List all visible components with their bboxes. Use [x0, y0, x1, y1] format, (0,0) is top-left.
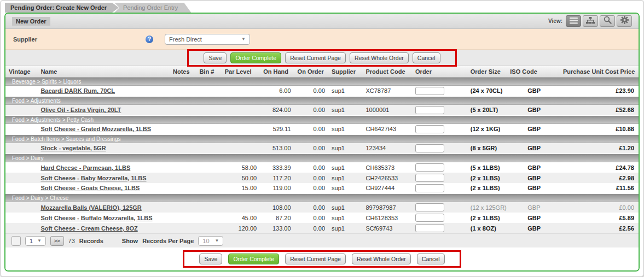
- product-name-link[interactable]: Soft Cheese - Goats Cheese, 1LBS: [40, 185, 140, 191]
- help-icon[interactable]: ?: [146, 36, 153, 43]
- order-quantity-input[interactable]: [415, 184, 444, 192]
- order-quantity-input[interactable]: [415, 174, 444, 182]
- reset-current-page-button-bottom[interactable]: Reset Current Page: [285, 254, 346, 264]
- save-button[interactable]: Save: [204, 52, 227, 63]
- order-quantity-input[interactable]: [415, 106, 444, 114]
- order-complete-button-bottom[interactable]: Order Complete: [228, 254, 279, 264]
- on-hand-cell: 333.39: [260, 162, 294, 173]
- order-quantity-input[interactable]: [415, 125, 444, 133]
- hierarchy-view-icon: [586, 16, 595, 26]
- on-hand-cell: 6.00: [260, 86, 294, 96]
- reset-whole-order-button-bottom[interactable]: Reset Whole Order: [352, 254, 411, 264]
- iso-code-cell: GBP: [507, 124, 560, 134]
- product-code-cell: SCf69743: [362, 223, 412, 233]
- page-select[interactable]: 1 ▼: [25, 236, 46, 246]
- supplier-cell: sup1: [328, 183, 362, 193]
- order-quantity-input[interactable]: [415, 163, 444, 172]
- bin-cell: [196, 105, 221, 115]
- iso-code-cell: GBP: [507, 143, 560, 154]
- on-hand-cell: 513.00: [260, 143, 294, 154]
- category-label: Food > Batch Items > Sauces and Dressing…: [5, 134, 639, 143]
- order-size-cell: (5 x 1LBS): [467, 162, 507, 173]
- column-header-iso-code: ISO Code: [507, 66, 560, 77]
- vintage-cell: [5, 143, 37, 154]
- order-quantity-input[interactable]: [415, 214, 444, 222]
- order-quantity-input[interactable]: [415, 224, 444, 232]
- category-row: Food > Dairy > Cheese: [5, 193, 639, 202]
- order-size-cell: (12 x 125GR): [467, 202, 507, 213]
- on-hand-cell: 529.11: [260, 124, 294, 134]
- settings-button[interactable]: [617, 15, 632, 27]
- reset-whole-order-button[interactable]: Reset Whole Order: [350, 52, 409, 63]
- iso-code-cell: GBP: [507, 86, 560, 96]
- table-header-row: VintageNameNotesBin #Par LevelOn HandOn …: [5, 66, 639, 77]
- column-header-order-size: Order Size: [467, 66, 507, 77]
- on-order-cell: 0.00: [294, 162, 328, 173]
- order-table-body: Beverage > Spirits > LiquorsBacardi DARK…: [5, 77, 639, 233]
- hierarchy-view-button[interactable]: [583, 15, 598, 27]
- tab-create-new-order[interactable]: Pending Order: Create New Order: [5, 3, 119, 13]
- product-name-link[interactable]: Olive Oil - Extra Virgin, 20LT: [40, 107, 121, 113]
- chevron-down-icon: ▼: [214, 238, 219, 243]
- category-label: Food > Adjustments > Petty Cash: [5, 115, 639, 124]
- product-code-cell: CH6427t43: [362, 124, 412, 134]
- supplier-cell: sup1: [328, 213, 362, 223]
- category-row: Beverage > Spirits > Liquors: [5, 77, 639, 86]
- vintage-cell: [5, 162, 37, 173]
- list-view-button[interactable]: [566, 15, 581, 27]
- product-name-link[interactable]: Soft Cheese - Buffalo Mozzarella, 1LBS: [40, 215, 152, 221]
- supplier-cell: sup1: [328, 86, 362, 96]
- order-quantity-input[interactable]: [415, 203, 444, 211]
- vintage-cell: [5, 202, 37, 213]
- product-row: Bacardi DARK Rum, 70CL6.000.00sup1XC7878…: [5, 86, 639, 96]
- order-size-cell: (2 x 1LBS): [467, 213, 507, 223]
- cancel-button[interactable]: Cancel: [413, 52, 440, 63]
- par-level-cell: 58.00: [222, 162, 260, 173]
- first-page-button[interactable]: [11, 236, 21, 246]
- iso-code-cell: GBP: [507, 162, 560, 173]
- supplier-select[interactable]: Fresh Direct ▼: [165, 34, 250, 45]
- on-order-cell: 0.00: [294, 213, 328, 223]
- iso-code-cell: GBP: [507, 223, 560, 233]
- order-quantity-input[interactable]: [415, 87, 444, 95]
- product-code-cell: XC78787: [362, 86, 412, 96]
- product-name-link[interactable]: Soft Cheese - Cream Cheese, 8OZ: [40, 225, 137, 232]
- view-switcher: View:: [548, 15, 632, 27]
- product-name-link[interactable]: Stock - vegetable, 5GR: [40, 145, 106, 151]
- column-header-supplier: Supplier: [328, 66, 362, 77]
- on-hand-cell: 119.00: [260, 183, 294, 193]
- next-page-button[interactable]: >>: [50, 236, 64, 246]
- cancel-button-bottom[interactable]: Cancel: [417, 254, 445, 264]
- save-button-bottom[interactable]: Save: [199, 254, 222, 264]
- tab-pending-order-entry[interactable]: Pending Order Entry: [114, 3, 191, 13]
- purchase-unit-cost-price-cell: £0.00: [560, 202, 639, 213]
- supplier-cell: sup1: [328, 105, 362, 115]
- records-per-page-select[interactable]: 10 ▼: [198, 236, 223, 246]
- records-per-page-label: Records Per Page: [142, 238, 194, 244]
- product-name-link[interactable]: Soft Cheese - Baby Mozzarella, 1LBS: [40, 175, 146, 181]
- product-name-link[interactable]: Bacardi DARK Rum, 70CL: [40, 87, 115, 94]
- column-header-on-order: On Order: [294, 66, 328, 77]
- order-size-cell: (5 x 20LT): [467, 105, 507, 115]
- reset-current-page-button[interactable]: Reset Current Page: [285, 52, 346, 63]
- product-name-link[interactable]: Mozzarella Balls (VALERIO), 125GR: [40, 204, 141, 211]
- order-complete-button[interactable]: Order Complete: [230, 52, 281, 63]
- notes-cell: [170, 213, 196, 223]
- on-order-cell: 0.00: [294, 202, 328, 213]
- product-name-link[interactable]: Hard Cheese - Parmesan, 1LBS: [40, 164, 130, 171]
- search-button[interactable]: [600, 15, 615, 27]
- supplier-cell: sup1: [328, 124, 362, 134]
- order-cell: [412, 213, 467, 223]
- purchase-unit-cost-price-cell: £1.20: [560, 143, 639, 154]
- order-cell: [412, 143, 467, 154]
- name-cell: Stock - vegetable, 5GR: [37, 143, 170, 154]
- supplier-cell: sup1: [328, 202, 362, 213]
- show-label: Show: [122, 238, 138, 244]
- product-name-link[interactable]: Soft Cheese - Grated Mozzarella, 1LBS: [40, 126, 151, 132]
- breadcrumb-tabs: Pending Order: Create New Order Pending …: [5, 3, 191, 13]
- notes-cell: [170, 202, 196, 213]
- order-quantity-input[interactable]: [415, 144, 444, 152]
- purchase-unit-cost-price-cell: £24.78: [560, 162, 639, 173]
- product-row: Soft Cheese - Baby Mozzarella, 1LBS50.00…: [5, 173, 639, 183]
- product-code-cell: 897987987: [362, 202, 412, 213]
